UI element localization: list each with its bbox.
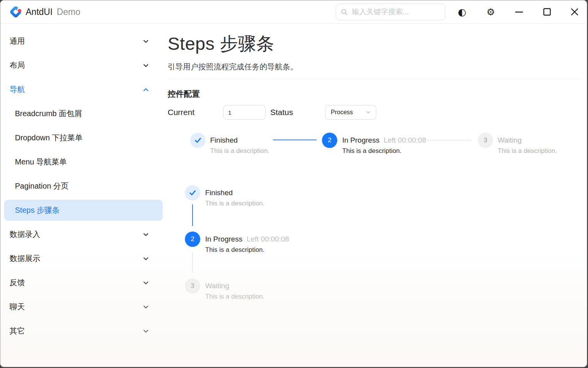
- close-button[interactable]: [567, 4, 582, 20]
- status-select[interactable]: Process: [325, 105, 376, 120]
- step-title-text: In Progress: [342, 136, 379, 145]
- step-circle-process: 2: [185, 232, 200, 247]
- chevron-down-icon: [142, 327, 150, 335]
- sidebar-group-label: 其它: [10, 326, 25, 336]
- step-description: This is a description.: [342, 147, 402, 155]
- sidebar-group-label: 数据展示: [10, 253, 40, 264]
- chevron-down-icon: [142, 38, 150, 45]
- sidebar-group-feedback[interactable]: 反馈: [0, 271, 165, 295]
- step-description: This is a description.: [205, 293, 265, 301]
- check-icon: [194, 136, 202, 144]
- search-icon: [341, 8, 348, 16]
- step-description: This is a description.: [205, 246, 265, 254]
- step-title-text: Waiting: [205, 282, 229, 290]
- step-number: 2: [191, 235, 194, 243]
- app-name: AntdUI: [26, 7, 52, 17]
- step-title: Waiting: [498, 133, 522, 148]
- step-title: Waiting: [205, 278, 229, 294]
- step-time-left: Left 00:00:08: [384, 136, 426, 145]
- step-title-text: Finished: [205, 189, 233, 197]
- step-description: This is a description.: [205, 200, 265, 207]
- app-mode: Demo: [57, 7, 80, 17]
- sidebar: 通用 布局 导航 Breadcrumb 面包屑 Dropdown 下拉菜单: [0, 24, 165, 367]
- sidebar-group-data-entry[interactable]: 数据录入: [0, 222, 165, 246]
- sidebar-group-navigation[interactable]: 导航: [0, 77, 165, 102]
- sidebar-item-label: Steps 步骤条: [15, 205, 60, 215]
- chevron-down-icon: [142, 231, 150, 238]
- sidebar-item-label: Menu 导航菜单: [15, 157, 67, 167]
- step-connector: [426, 140, 471, 141]
- app-title: AntdUI Demo: [26, 0, 80, 23]
- step-connector-active: [192, 204, 193, 226]
- current-input[interactable]: [223, 105, 266, 120]
- step-circle-finished: [190, 133, 206, 148]
- page-title: Steps 步骤条: [168, 32, 274, 56]
- sidebar-group-label: 反馈: [10, 278, 25, 288]
- sidebar-item-breadcrumb[interactable]: Breadcrumb 面包屑: [0, 102, 165, 126]
- sidebar-group-label: 通用: [10, 36, 25, 46]
- settings-button[interactable]: ⚙: [483, 4, 498, 20]
- chevron-up-icon: [142, 86, 150, 94]
- step-title: Finished: [210, 133, 238, 148]
- step-title: In Progress Left 00:00:08: [342, 133, 426, 148]
- titlebar: AntdUI Demo ◐ ⚙: [0, 0, 587, 24]
- chevron-down-icon: [142, 255, 150, 263]
- check-icon: [189, 189, 196, 197]
- app-window: AntdUI Demo ◐ ⚙: [0, 0, 587, 367]
- maximize-icon: [542, 7, 552, 16]
- step-number: 3: [483, 136, 487, 144]
- sidebar-item-dropdown[interactable]: Dropdown 下拉菜单: [0, 126, 165, 150]
- minimize-icon: [514, 7, 524, 16]
- step-title-text: In Progress: [205, 235, 242, 243]
- search-input[interactable]: [351, 7, 440, 16]
- sidebar-item-label: Dropdown 下拉菜单: [15, 133, 83, 143]
- sidebar-group-general[interactable]: 通用: [0, 29, 165, 53]
- chevron-down-icon: [142, 62, 150, 69]
- sidebar-item-steps[interactable]: Steps 步骤条: [0, 198, 165, 222]
- chevron-down-icon: [365, 109, 371, 115]
- step-number: 3: [191, 282, 194, 290]
- sidebar-group-layout[interactable]: 布局: [0, 53, 165, 77]
- chevron-down-icon: [142, 303, 150, 311]
- search-box[interactable]: [336, 3, 445, 20]
- sidebar-group-label: 布局: [10, 60, 25, 71]
- sidebar-item-label: Pagination 分页: [15, 181, 69, 191]
- step-description: This is a description.: [210, 147, 270, 155]
- step-title: Finished: [205, 185, 233, 200]
- divider: [168, 79, 582, 79]
- theme-toggle-button[interactable]: ◐: [454, 4, 470, 20]
- step-description: This is a description.: [498, 147, 557, 155]
- step-title-text: Waiting: [498, 136, 522, 145]
- settings-gear-icon: ⚙: [487, 7, 495, 17]
- step-time-left: Left 00:00:08: [247, 235, 289, 243]
- status-label: Status: [270, 108, 293, 117]
- step-title-text: Finished: [210, 136, 238, 145]
- config-heading: 控件配置: [168, 89, 200, 99]
- current-label: Current: [168, 108, 194, 117]
- step-title: In Progress Left 00:00:08: [205, 232, 289, 247]
- sidebar-group-chat[interactable]: 聊天: [0, 295, 165, 319]
- step-connector: [192, 252, 193, 273]
- close-icon: [570, 7, 579, 16]
- step-number: 2: [328, 136, 331, 144]
- minimize-button[interactable]: [511, 4, 527, 20]
- theme-contrast-icon: ◐: [458, 7, 466, 17]
- antdui-logo-icon: [9, 5, 23, 19]
- step-circle-wait: 3: [478, 133, 493, 148]
- page-subtitle: 引导用户按照流程完成任务的导航条。: [168, 62, 298, 72]
- step-circle-finished: [185, 185, 200, 200]
- sidebar-group-label: 数据录入: [10, 229, 40, 240]
- sidebar-group-label: 导航: [10, 84, 25, 95]
- sidebar-group-label: 聊天: [10, 302, 25, 312]
- sidebar-item-pagination[interactable]: Pagination 分页: [0, 174, 165, 198]
- sidebar-item-label: Breadcrumb 面包屑: [15, 108, 82, 119]
- step-connector-active: [273, 140, 317, 140]
- step-circle-process: 2: [322, 133, 337, 148]
- step-circle-wait: 3: [185, 278, 200, 294]
- sidebar-group-data-display[interactable]: 数据展示: [0, 246, 165, 271]
- status-select-value: Process: [331, 109, 365, 116]
- sidebar-item-menu[interactable]: Menu 导航菜单: [0, 150, 165, 174]
- maximize-button[interactable]: [539, 4, 555, 20]
- chevron-down-icon: [142, 279, 150, 287]
- sidebar-group-other[interactable]: 其它: [0, 319, 165, 343]
